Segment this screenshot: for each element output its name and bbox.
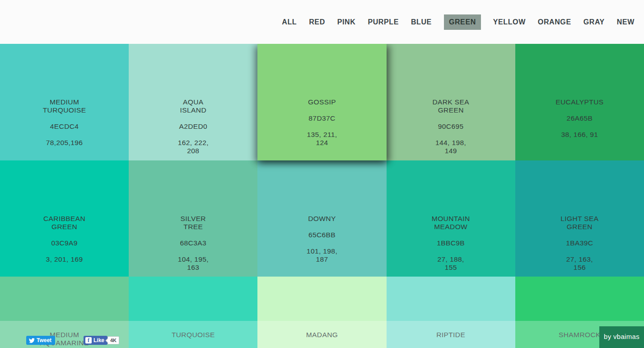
facebook-f-icon: f bbox=[85, 337, 92, 343]
nav-item-purple[interactable]: PURPLE bbox=[368, 18, 399, 26]
color-hex: 03C9A9 bbox=[43, 239, 85, 247]
color-name: SHAMROCK bbox=[559, 331, 601, 339]
color-name: EUCALYPTUS bbox=[555, 98, 603, 106]
swatch-silver-tree[interactable]: SILVER TREE 68C3A3 104, 195, 163 bbox=[129, 160, 257, 277]
tweet-button[interactable]: Tweet bbox=[26, 336, 55, 345]
color-hex: 90C695 bbox=[432, 122, 469, 131]
color-name: LIGHT SEA GREEN bbox=[560, 215, 598, 231]
color-name: AQUA ISLAND bbox=[178, 98, 209, 114]
like-count-bubble[interactable]: 4K bbox=[107, 336, 119, 344]
color-grid: MEDIUM TURQUOISE 4ECDC4 78,205,196 AQUA … bbox=[0, 44, 644, 348]
tweet-label: Tweet bbox=[37, 337, 51, 343]
nav-item-all[interactable]: ALL bbox=[282, 18, 297, 26]
nav-item-green-active[interactable]: GREEN bbox=[444, 14, 481, 30]
like-label: Like bbox=[93, 337, 104, 343]
color-hex: 1BBC9B bbox=[432, 239, 470, 247]
color-name: MADANG bbox=[306, 331, 338, 339]
by-vbaimas-badge[interactable]: by vbaimas bbox=[599, 326, 644, 348]
swatch-aqua-island[interactable]: AQUA ISLAND A2DED0 162, 222, 208 bbox=[129, 44, 257, 160]
color-name: RIPTIDE bbox=[435, 331, 466, 339]
facebook-like-button[interactable]: f Like bbox=[84, 336, 107, 345]
nav-item-blue[interactable]: BLUE bbox=[411, 18, 432, 26]
nav-item-gray[interactable]: GRAY bbox=[583, 18, 605, 26]
swatch-downy[interactable]: DOWNY 65C6BB 101, 198, 187 bbox=[257, 160, 386, 277]
swatch-caribbean-green[interactable]: CARIBBEAN GREEN 03C9A9 3, 201, 169 bbox=[0, 160, 129, 277]
swatch-riptide[interactable]: RIPTIDE 86E2D5 134, 226, 213 bbox=[387, 277, 515, 348]
color-rgb: 101, 198, 187 bbox=[307, 247, 337, 263]
color-hex: 4ECDC4 bbox=[43, 122, 86, 131]
color-name: TURQUOISE bbox=[172, 331, 215, 339]
header: ALL RED PINK PURPLE BLUE GREEN YELLOW OR… bbox=[0, 0, 644, 44]
swatch-turquoise[interactable]: TURQUOISE 36D7B7 54, 215, 183 bbox=[129, 277, 257, 348]
color-name: MOUNTAIN MEADOW bbox=[432, 215, 470, 231]
color-hex: 65C6BB bbox=[307, 231, 337, 239]
color-rgb: 38, 166, 91 bbox=[555, 131, 603, 139]
color-rgb: 144, 198, 149 bbox=[432, 139, 469, 155]
color-rgb: 162, 222, 208 bbox=[178, 139, 209, 155]
nav-item-pink[interactable]: PINK bbox=[337, 18, 356, 26]
category-nav: ALL RED PINK PURPLE BLUE GREEN YELLOW OR… bbox=[270, 14, 635, 30]
nav-item-orange[interactable]: ORANGE bbox=[538, 18, 571, 26]
color-hex: 87D37C bbox=[307, 114, 337, 122]
color-name: DOWNY bbox=[307, 215, 337, 223]
swatch-gossip-hovered[interactable]: GOSSIP 87D37C 135, 211, 124 bbox=[257, 44, 386, 160]
color-rgb: 135, 211, 124 bbox=[307, 131, 337, 147]
twitter-bird-icon bbox=[29, 338, 35, 343]
nav-item-new[interactable]: NEW bbox=[617, 18, 635, 26]
color-name: CARIBBEAN GREEN bbox=[43, 215, 85, 231]
color-rgb: 27, 163, 156 bbox=[560, 255, 598, 272]
swatch-light-sea-green[interactable]: LIGHT SEA GREEN 1BA39C 27, 163, 156 bbox=[515, 160, 644, 277]
nav-item-red[interactable]: RED bbox=[309, 18, 325, 26]
swatch-eucalyptus[interactable]: EUCALYPTUS 26A65B 38, 166, 91 bbox=[515, 44, 644, 160]
color-name: SILVER TREE bbox=[178, 215, 209, 231]
swatch-dark-sea-green[interactable]: DARK SEA GREEN 90C695 144, 198, 149 bbox=[387, 44, 515, 160]
color-hex: 26A65B bbox=[555, 114, 603, 122]
color-rgb: 104, 195, 163 bbox=[178, 255, 209, 272]
swatch-medium-turquoise[interactable]: MEDIUM TURQUOISE 4ECDC4 78,205,196 bbox=[0, 44, 129, 160]
color-hex: A2DED0 bbox=[178, 122, 209, 131]
swatch-mountain-meadow[interactable]: MOUNTAIN MEADOW 1BBC9B 27, 188, 155 bbox=[387, 160, 515, 277]
color-rgb: 78,205,196 bbox=[43, 139, 86, 147]
nav-item-yellow[interactable]: YELLOW bbox=[493, 18, 526, 26]
color-name: DARK SEA GREEN bbox=[432, 98, 469, 114]
color-hex: 1BA39C bbox=[560, 239, 598, 247]
swatch-madang[interactable]: MADANG C8F7C5 200, 247, 197 bbox=[257, 277, 386, 348]
color-name: GOSSIP bbox=[307, 98, 337, 106]
color-rgb: 3, 201, 169 bbox=[43, 255, 85, 263]
color-name: MEDIUM TURQUOISE bbox=[43, 98, 86, 114]
color-hex: 68C3A3 bbox=[178, 239, 209, 247]
color-rgb: 27, 188, 155 bbox=[432, 255, 470, 272]
